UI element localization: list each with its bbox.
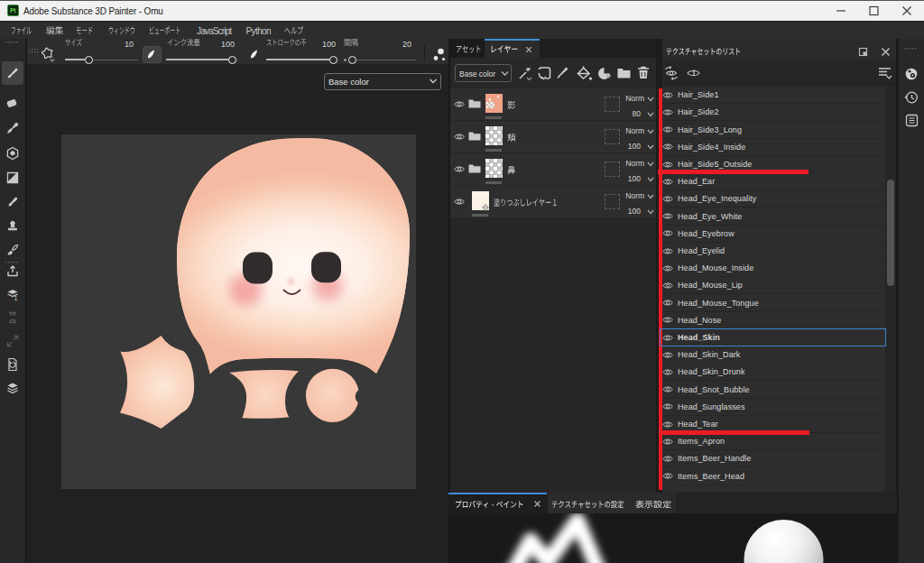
svg-text:1: 1: [14, 295, 17, 301]
